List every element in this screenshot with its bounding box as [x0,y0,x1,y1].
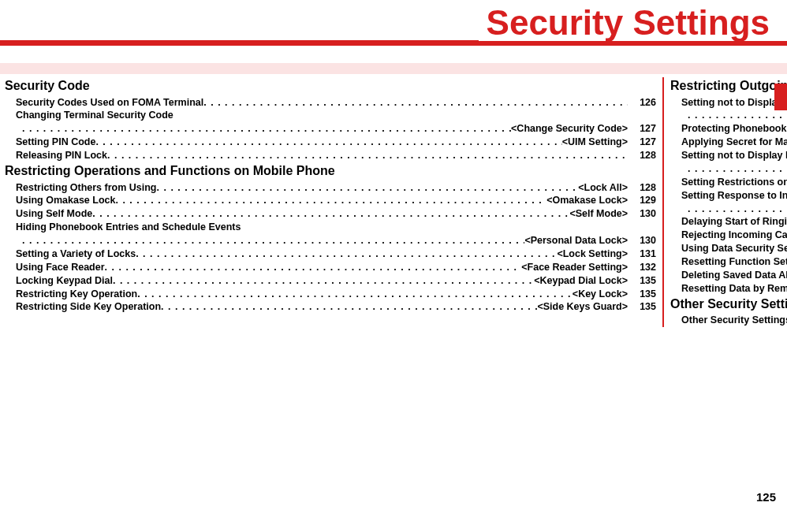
toc-entry-cont: <Change Security Code>127 [22,122,656,136]
toc-entry: Applying Secret for Mail in Mailbox<Secr… [681,136,787,149]
leader-dots [113,274,534,288]
toc-tag: <Lock All> [578,181,628,195]
toc-entry: Deleting Saved Data All at Once<Initiali… [681,269,787,282]
toc-entry: Restricting Key Operation<Key Lock>135 [16,288,656,301]
toc-entry: Using Omakase Lock<Omakase Lock>129 [16,194,656,207]
header-stripe [0,63,787,74]
toc-entry: Releasing PIN Lock128 [16,149,656,162]
toc-entry: Delaying Start of Ringing Operation<Ring… [681,215,787,229]
leader-dots [157,181,579,195]
toc-left-column: Security CodeSecurity Codes Used on FOMA… [5,77,662,327]
toc-label: Using Data Security Service [681,242,787,255]
toc-entry: Setting not to Display Mail in Mailbox w… [681,149,787,162]
toc-entry: Resetting Data by Remote Control<Remote … [681,282,787,296]
toc-entry: Setting Response to Incoming Calls witho… [681,189,787,203]
leader-dots [105,261,522,274]
toc-entry: Restricting Side Key Operation<Side Keys… [16,300,656,314]
toc-tag: <Side Keys Guard> [537,300,628,314]
section-heading: Other Security Settings [670,296,787,313]
toc-label: Security Codes Used on FOMA Terminal [16,96,203,110]
toc-label: Restricting Others from Using [16,181,157,195]
toc-label: Delaying Start of Ringing Operation [681,215,787,229]
toc-page: 128 [628,181,656,195]
toc-label: Setting not to Display Redial/Received C… [681,96,787,110]
side-tab [774,84,787,110]
toc-page: 135 [628,274,656,288]
toc-entry-cont: <Call Setting without ID>139 [688,203,787,216]
toc-label: Protecting Phonebook Entries and Schedul… [681,122,787,136]
toc-entry: Resetting Function Settings<Reset Settin… [681,255,787,269]
toc-entry: Using Face Reader<Face Reader Setting>13… [16,261,656,274]
page-number: 125 [756,490,776,504]
toc-entry: Using Data Security Service<Data Securit… [681,242,787,255]
toc-entry: Rejecting Incoming Calls from Phone Numb… [681,229,787,242]
toc-tag: <Self Mode> [569,207,628,221]
leader-dots [22,122,511,136]
toc-page: 128 [628,149,656,162]
toc-entry: Other Security Settings143 [681,314,787,327]
toc-label: Other Security Settings [681,314,787,327]
toc-tag: <Omakase Lock> [546,194,628,207]
toc-label: Releasing PIN Lock [16,149,107,162]
toc-label: Setting not to Display Mail in Mailbox w… [681,149,787,162]
toc-tag: <UIM Setting> [562,136,628,149]
section-heading: Security Code [5,77,656,95]
toc-entry-cont: <Personal Data Lock>130 [22,234,656,247]
toc-entry: Setting not to Display Redial/Received C… [681,96,787,110]
toc-label: Setting Response to Incoming Calls witho… [681,189,787,203]
toc-tag: <Face Reader Setting> [521,261,628,274]
toc-label: Resetting Data by Remote Control [681,282,787,296]
toc-page: 126 [628,96,656,110]
toc-entry: Using Self Mode<Self Mode>130 [16,207,656,221]
toc-page: 129 [628,194,656,207]
toc-entry: Setting Restrictions on Phonebook Entrie… [681,176,787,189]
toc-page: 135 [628,288,656,301]
toc-tag: <Change Security Code> [511,122,628,136]
toc-label: Setting Restrictions on Phonebook Entrie… [681,176,787,189]
title-bar: Security Settings [0,0,787,49]
toc-entry: Hiding Phonebook Entries and Schedule Ev… [16,221,656,234]
toc-entry: Security Codes Used on FOMA Terminal126 [16,96,656,110]
leader-dots [688,203,787,216]
toc-entry: Setting PIN Code<UIM Setting>127 [16,136,656,149]
toc-right-column: Restricting Outgoing/Incoming Calls or M… [662,77,787,327]
toc-page: 127 [628,122,656,136]
toc-label: Applying Secret for Mail in Mailbox [681,136,787,149]
toc-entry: Changing Terminal Security Code [16,109,656,122]
toc-entry: Locking Keypad Dial<Keypad Dial Lock>135 [16,274,656,288]
toc-page: 135 [628,300,656,314]
toc-label: Using Face Reader [16,261,105,274]
toc-label: Restricting Side Key Operation [16,300,161,314]
section-heading: Restricting Operations and Functions on … [5,162,656,180]
toc-label: Using Omakase Lock [16,194,115,207]
leader-dots [107,149,628,162]
toc-page: 127 [628,136,656,149]
toc-page: 131 [628,247,656,261]
toc-label: Setting a Variety of Locks [16,247,136,261]
toc-label: Rejecting Incoming Calls from Phone Numb… [681,229,787,242]
toc-label: Changing Terminal Security Code [16,109,173,122]
toc-entry-cont: <Record Display Set>136 [688,109,787,122]
section-heading: Restricting Outgoing/Incoming Calls or M… [670,77,787,95]
toc-tag: <Keypad Dial Lock> [534,274,628,288]
leader-dots [92,207,569,221]
toc-columns: Security CodeSecurity Codes Used on FOMA… [0,77,787,327]
toc-label: Deleting Saved Data All at Once [681,269,787,282]
toc-tag: <Personal Data Lock> [524,234,628,247]
leader-dots [688,162,787,176]
toc-label: Locking Keypad Dial [16,274,113,288]
leader-dots [203,96,628,110]
leader-dots [95,136,561,149]
toc-entry: Setting a Variety of Locks<Lock Setting>… [16,247,656,261]
toc-label: Setting PIN Code [16,136,95,149]
toc-page: 130 [628,207,656,221]
leader-dots [22,234,524,247]
toc-entry-cont: <Mail Security>137 [688,162,787,176]
leader-dots [115,194,546,207]
toc-entry: Protecting Phonebook Entries and Schedul… [681,122,787,136]
toc-label: Using Self Mode [16,207,92,221]
toc-page: 130 [628,234,656,247]
leader-dots [688,109,787,122]
toc-label: Resetting Function Settings [681,255,787,269]
toc-label: Hiding Phonebook Entries and Schedule Ev… [16,221,241,234]
